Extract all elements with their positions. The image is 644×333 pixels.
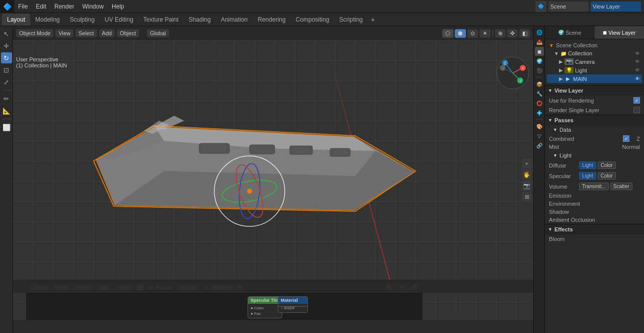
tool-add-cube[interactable]: ⬜	[1, 122, 12, 133]
quad-view-button[interactable]: ⊞	[522, 192, 532, 202]
environment-row: Environment	[545, 200, 644, 208]
diffuse-color-button[interactable]: Color	[598, 161, 616, 169]
object-button[interactable]: Object	[117, 29, 139, 37]
viewport-bottombar	[13, 280, 533, 293]
view-layer-selector[interactable]: View Layer	[591, 2, 641, 12]
menu-edit[interactable]: Edit	[32, 0, 50, 13]
object-properties-icon[interactable]: 📦	[535, 79, 544, 89]
viewport-perspective-info: User Perspective (1) Collection | MAIN	[16, 56, 67, 68]
menu-render[interactable]: Render	[50, 0, 78, 13]
tab-sculpting[interactable]: Sculpting	[65, 14, 100, 26]
tool-measure[interactable]: 📐	[1, 105, 12, 116]
visibility-icon-collection[interactable]: 👁	[635, 51, 640, 56]
outliner-item-collection[interactable]: ▼ 📁 Collection 👁	[547, 49, 642, 57]
viewport-canvas: User Perspective (1) Collection | MAIN X…	[13, 40, 533, 320]
visibility-icon-light[interactable]: 👁	[635, 67, 640, 73]
nav-button[interactable]: 🖐	[522, 170, 532, 180]
viewport-3d[interactable]: Object Mode View Select Add Object Globa…	[13, 26, 533, 333]
right-panel-tabs: 🌍 Scene ◼ View Layer	[545, 26, 644, 39]
viewport-overlay-button[interactable]: ⊕	[495, 29, 506, 38]
app-logo: 🔷	[0, 0, 14, 13]
volume-label: Volume	[549, 184, 579, 190]
diffuse-label: Diffuse	[549, 162, 579, 169]
tab-compositing[interactable]: Compositing	[291, 14, 335, 26]
tab-scripting[interactable]: Scripting	[334, 14, 368, 26]
scene-tab[interactable]: 🌍 Scene	[545, 26, 595, 39]
select-button[interactable]: Select	[75, 29, 97, 37]
particle-properties-icon[interactable]: ⭕	[535, 99, 544, 108]
volume-transmit-button[interactable]: Transmit...	[579, 183, 609, 190]
light-sub-header[interactable]: ▼ Light	[545, 151, 644, 160]
diffuse-light-button[interactable]: Light	[579, 161, 596, 169]
tool-transform[interactable]: ⤢	[1, 76, 12, 88]
engine-selector[interactable]: 🔷	[535, 1, 546, 12]
shader-node-material[interactable]: Material ○ BSDF	[278, 296, 308, 313]
scene-properties-icon[interactable]: 🌍	[535, 56, 544, 65]
world-properties-icon[interactable]: ⚫	[535, 66, 544, 75]
environment-label: Environment	[549, 201, 640, 207]
combined-checkbox[interactable]	[623, 135, 629, 142]
shader-canvas[interactable]: Specular Tint ● Color ● Fac Material ○ B…	[26, 294, 423, 320]
shader-node-specular[interactable]: Specular Tint ● Color ● Fac	[248, 296, 282, 318]
data-sub-header[interactable]: ▼ Data	[545, 125, 644, 134]
specular-color-button[interactable]: Color	[598, 172, 616, 180]
data-properties-icon[interactable]: ▽	[535, 131, 544, 140]
view-layer-properties-icon[interactable]: ◼	[535, 47, 544, 56]
visibility-icon-main[interactable]: 👁	[635, 76, 640, 81]
tool-scale[interactable]: ⊡	[1, 64, 12, 75]
effects-header[interactable]: ▼ Effects	[545, 224, 644, 234]
outliner-item-camera[interactable]: ▶ 📷 Camera 👁	[547, 57, 642, 66]
volume-row: Volume Transmit... Scatter	[545, 181, 644, 192]
volume-scatter-button[interactable]: Scatter	[610, 183, 632, 190]
tab-animation[interactable]: Animation	[216, 14, 253, 26]
add-button[interactable]: Add	[99, 29, 115, 37]
modifier-properties-icon[interactable]: 🔧	[535, 89, 544, 98]
tab-texture-paint[interactable]: Texture Paint	[138, 14, 184, 26]
svg-rect-8	[330, 148, 350, 156]
visibility-icon-camera[interactable]: 👁	[635, 59, 640, 64]
viewport-gizmo-button[interactable]: ✜	[507, 29, 518, 38]
view-layer-header[interactable]: ▼ View Layer	[545, 86, 644, 96]
view-layer-tab[interactable]: ◼ View Layer	[595, 26, 645, 39]
tool-annotate[interactable]: ✏	[1, 93, 12, 104]
use-for-rendering-checkbox[interactable]	[633, 97, 640, 104]
scene-selector[interactable]: Scene	[548, 2, 589, 12]
specular-light-button[interactable]: Light	[579, 172, 596, 180]
tab-layout[interactable]: Layout	[2, 14, 30, 26]
xray-toggle[interactable]: ◧	[519, 29, 530, 38]
tool-move[interactable]: ✛	[1, 40, 12, 51]
zoom-in-button[interactable]: +	[522, 158, 532, 169]
right-panel-main: 🌍 Scene ◼ View Layer ▼ Scene Collection	[545, 26, 644, 333]
add-workspace-button[interactable]: +	[368, 15, 378, 25]
render-properties-icon[interactable]: 🌐	[535, 28, 544, 37]
menu-window[interactable]: Window	[78, 0, 108, 13]
navigation-gizmo[interactable]: X -X Y Z	[495, 55, 530, 91]
outliner-item-main[interactable]: ▶ ▶ MAIN 👁	[547, 74, 642, 83]
menu-help[interactable]: Help	[108, 0, 128, 13]
tool-cursor[interactable]: ↖	[1, 28, 12, 39]
output-properties-icon[interactable]: 📤	[535, 37, 544, 46]
use-for-rendering-row: Use for Rendering	[545, 96, 644, 105]
material-properties-icon[interactable]: 🎨	[535, 122, 544, 131]
object-mode-button[interactable]: Object Mode	[16, 29, 53, 37]
viewport-shading-render[interactable]: ☀	[479, 29, 491, 38]
tab-uv-editing[interactable]: UV Editing	[100, 14, 138, 26]
constraint-properties-icon[interactable]: 🔗	[535, 141, 544, 150]
viewport-shading-wire[interactable]: ⬡	[442, 29, 453, 38]
viewport-shading-material[interactable]: ⊙	[467, 29, 478, 38]
viewport-shading-solid[interactable]: ⬢	[455, 29, 466, 38]
menu-file[interactable]: File	[14, 0, 32, 13]
view-button[interactable]: View	[55, 29, 73, 37]
render-single-layer-checkbox[interactable]	[633, 107, 640, 113]
tab-modeling[interactable]: Modeling	[30, 14, 65, 26]
properties-icon-bar: 🌐 📤 ◼ 🌍 ⚫ 📦 🔧 ⭕ 💠 🎨 ▽ 🔗	[534, 26, 545, 333]
passes-header[interactable]: ▼ Passes	[545, 115, 644, 125]
tab-rendering[interactable]: Rendering	[253, 14, 290, 26]
svg-rect-6	[250, 145, 275, 154]
tool-rotate[interactable]: ↻	[1, 52, 12, 63]
transform-global-button[interactable]: Global	[147, 29, 169, 37]
outliner-item-light[interactable]: ▶ 💡 Light 👁	[547, 66, 642, 74]
tab-shading[interactable]: Shading	[184, 14, 216, 26]
camera-view-button[interactable]: 📷	[522, 181, 532, 191]
physics-properties-icon[interactable]: 💠	[535, 108, 544, 117]
